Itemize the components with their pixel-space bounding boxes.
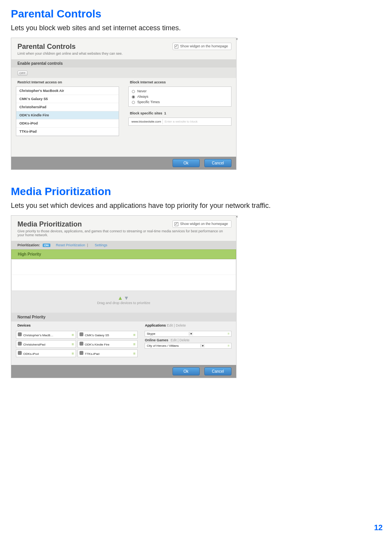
radio-label: Always [137,95,149,99]
section-heading-parental: Parental Controls [11,8,392,20]
device-icon [79,342,83,346]
device-cell[interactable]: ChristohersiPad≡ [16,340,76,348]
arrow-down-icon: ▼ [124,295,129,301]
cancel-button[interactable]: Cancel [204,159,231,167]
drag-handle-icon[interactable]: ≡ [72,333,74,337]
checkbox-icon [174,45,178,48]
ok-button[interactable]: Ok [173,367,200,375]
device-cell[interactable]: Christopher's MacB…≡ [16,331,76,339]
device-name: CMK's Galaxy S5 [85,334,109,337]
block-radio-group: Never Always Specific Times [128,86,231,107]
block-sites-text: Block specific sites [130,111,162,115]
game-select[interactable]: City of Heroes / Villians ▾ ≡ [145,343,231,349]
block-site-input[interactable]: Enter a website to block [162,119,230,124]
drag-handle-icon[interactable]: ≡ [72,351,74,356]
button-bar: Ok Cancel [11,365,236,378]
device-icon [18,332,22,336]
radio-never[interactable]: Never [132,88,228,94]
ok-button[interactable]: Ok [173,159,200,167]
drag-handle-icon[interactable]: ≡ [133,351,136,356]
list-item[interactable]: ODKs-iPod [16,119,119,128]
drag-hint-text: Drag and drop devices to prioritize [97,301,150,305]
enable-toggle[interactable]: OFF [17,71,28,76]
panel-subtitle: Give priority to those devices, applicat… [17,229,230,237]
radio-always[interactable]: Always [132,94,228,99]
device-name: TTKs-iPad [85,352,100,356]
panel-subtitle: Limit when your children get online and … [17,52,230,55]
cancel-button[interactable]: Cancel [204,367,231,375]
device-icon [79,351,83,355]
device-cell[interactable]: CMK's Galaxy S5≡ [78,331,138,339]
chevron-down-icon: ▾ [189,332,193,335]
blocked-site-row: www.blockedsite.com Enter a website to b… [128,118,231,126]
apps-edit-delete[interactable]: Edit | Delete [167,323,186,327]
show-widget-label: Show widget on the homepage [180,44,228,48]
radio-specific[interactable]: Specific Times [132,99,228,105]
device-icon [18,342,22,346]
drag-handle-icon[interactable]: ≡ [133,342,136,346]
section-heading-media: Media Prioritization [11,185,392,198]
prioritization-row: Prioritization: ON Reset Prioritization … [11,241,236,249]
apps-col-label: Applications Edit | Delete [145,323,230,327]
application-select[interactable]: Skype ▾ ≡ [145,331,231,337]
show-widget-checkbox[interactable]: Show widget on the homepage [173,220,231,228]
device-icon [79,332,83,336]
high-priority-header: High Priority [11,249,236,259]
list-item[interactable]: ODK's Kindle Fire [16,111,119,119]
drag-handle-icon[interactable]: ≡ [228,332,230,335]
show-widget-checkbox[interactable]: Show widget on the homepage [173,43,231,50]
device-name: ChristohersiPad [23,343,45,346]
radio-icon [132,101,135,104]
drag-handle-icon[interactable]: ≡ [133,333,136,337]
device-name: ODKs-iPod [23,352,39,356]
blocked-site-value: www.blockedsite.com [130,119,162,124]
list-item[interactable]: Christopher's MacBook Air [16,87,119,95]
enable-label: Enable parental controls [11,59,236,67]
device-list: Christopher's MacBook Air CMK's Galaxy S… [16,86,119,136]
settings-link[interactable]: Settings [95,243,107,247]
block-sites-count: 1 [164,111,166,115]
device-cell[interactable]: TTKs-iPad≡ [78,349,138,357]
restrict-label: Restrict Internet access on [11,78,124,86]
chevron-down-icon: ▾ [200,344,205,348]
drag-handle-icon[interactable]: ≡ [72,342,74,346]
radio-icon [132,95,135,99]
device-cell[interactable]: ODKs-iPod≡ [16,349,76,357]
apps-label: Applications [145,323,166,327]
section-desc-parental: Lets you block web sites and set interne… [11,24,392,32]
button-bar: Ok Cancel [11,157,236,169]
normal-priority-header: Normal Priority [11,313,236,322]
games-edit-delete[interactable]: Edit | Delete [171,338,190,342]
media-panel: ✕ Show widget on the homepage Media Prio… [11,215,237,378]
list-item[interactable]: ChristohersiPad [16,103,119,111]
games-label: Online Games [145,338,168,342]
games-label-row: Online GamesEdit | Delete [145,338,231,342]
prio-label: Prioritization: [17,243,40,247]
section-desc-media: Lets you set which devices and applicati… [11,202,392,210]
arrow-up-icon: ▲ [117,295,123,301]
checkbox-icon [174,222,178,226]
columns-header: Devices Applications Edit | Delete [11,322,236,329]
drag-hint: ▲▼ Drag and drop devices to prioritize [11,291,236,313]
prioritization-toggle[interactable]: ON [43,244,50,247]
radio-label: Specific Times [137,100,160,104]
parental-panel: ✕ Show widget on the homepage Parental C… [11,38,237,170]
devices-col-label: Devices [17,323,145,327]
list-item[interactable]: TTKs-iPad [16,128,119,136]
block-access-label: Block Internet access [124,78,236,86]
radio-label: Never [137,89,147,93]
device-name: ODK's Kindle Fire [85,343,109,346]
app-select-value: Skype [147,332,155,335]
high-priority-dropzone[interactable] [11,259,236,291]
reset-link[interactable]: Reset Prioritization [56,243,85,247]
show-widget-label: Show widget on the homepage [180,222,228,226]
priority-grid: Christopher's MacB…≡ CMK's Galaxy S5≡ Ch… [11,329,236,365]
drag-handle-icon[interactable]: ≡ [228,344,230,348]
list-item[interactable]: CMK's Galaxy S5 [16,95,119,103]
block-sites-label: Block specific sites 1 [124,109,236,117]
device-cell[interactable]: ODK's Kindle Fire≡ [78,340,138,348]
radio-icon [132,90,135,93]
device-name: Christopher's MacB… [23,334,54,337]
game-select-value: City of Heroes / Villians [147,344,179,348]
device-icon [18,351,22,355]
